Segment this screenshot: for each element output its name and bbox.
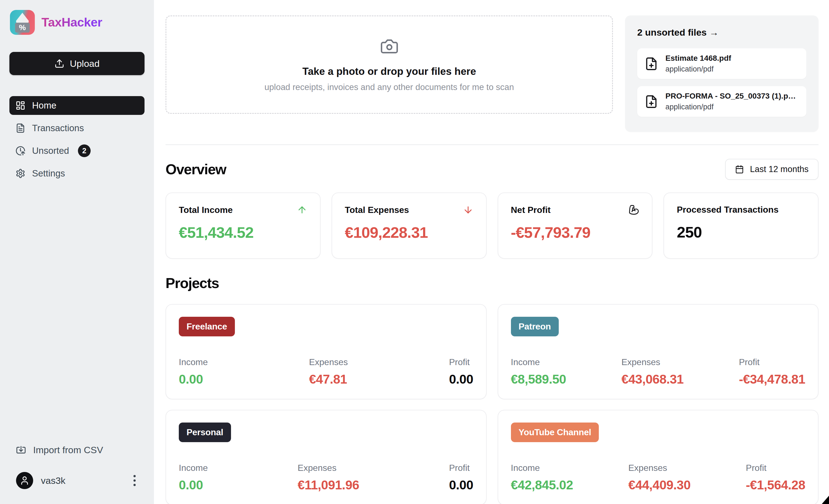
biceps-flexed-icon xyxy=(629,205,639,215)
file-type: application/pdf xyxy=(665,103,796,111)
calendar-icon xyxy=(735,165,744,174)
user-icon xyxy=(20,475,30,486)
file-card[interactable]: Estimate 1468.pdf application/pdf xyxy=(637,48,806,79)
project-expenses: Expenses €43,068.31 xyxy=(621,357,684,387)
project-profit: Profit 0.00 xyxy=(449,463,473,493)
project-profit: Profit -€1,564.28 xyxy=(746,463,805,493)
date-range-label: Last 12 months xyxy=(750,164,808,174)
import-from-csv-button[interactable]: Import from CSV xyxy=(9,444,145,455)
stat-card-processed-transactions: Processed Transactions 250 xyxy=(663,192,819,259)
stat-value: €51,434.52 xyxy=(179,223,307,241)
section-divider xyxy=(166,145,819,145)
project-card-freelance[interactable]: Freelance Income 0.00 Expenses €47.81 Pr… xyxy=(166,304,486,399)
overview-stats-row: Total Income €51,434.52 Total Expenses €… xyxy=(166,192,819,259)
stat-value: 250 xyxy=(677,223,805,241)
projects-grid: Freelance Income 0.00 Expenses €47.81 Pr… xyxy=(166,304,819,504)
stat-label: Total Expenses xyxy=(345,205,409,215)
project-badge: YouTube Channel xyxy=(511,423,599,442)
upload-button[interactable]: Upload xyxy=(9,52,145,75)
unsorted-files-link[interactable]: 2 unsorted files → xyxy=(637,27,806,38)
sidebar-item-unsorted[interactable]: Unsorted 2 xyxy=(9,142,145,160)
file-type: application/pdf xyxy=(665,65,731,73)
sidebar-item-label: Settings xyxy=(32,168,65,179)
gear-icon xyxy=(15,168,26,179)
project-expenses: Expenses €44,409.30 xyxy=(628,463,691,493)
stat-card-total-expenses: Total Expenses €109,228.31 xyxy=(332,192,486,259)
dashboard-icon xyxy=(15,101,26,111)
unsorted-count-badge: 2 xyxy=(78,145,91,157)
file-plus-icon xyxy=(644,95,658,109)
project-income: Income 0.00 xyxy=(179,463,208,493)
project-profit: Profit -€34,478.81 xyxy=(739,357,805,387)
projects-title: Projects xyxy=(166,275,819,292)
sidebar-item-home[interactable]: Home xyxy=(9,96,145,115)
overview-header: Overview Last 12 months xyxy=(166,159,819,180)
upload-icon xyxy=(55,59,64,69)
file-dropzone[interactable]: Take a photo or drop your files here upl… xyxy=(166,15,613,114)
top-row: Take a photo or drop your files here upl… xyxy=(166,15,819,132)
sidebar-spacer xyxy=(9,183,145,444)
project-badge: Patreon xyxy=(511,317,559,336)
user-row[interactable]: vas3k xyxy=(9,472,145,489)
sidebar-nav: Home Transactions Unsorted 2 Settings xyxy=(9,96,145,183)
file-card[interactable]: PRO-FORMA - SO_25_00373 (1).p… applicati… xyxy=(637,86,806,117)
project-income: Income €42,845.02 xyxy=(511,463,573,493)
stat-value: -€57,793.79 xyxy=(511,223,640,241)
stat-label: Processed Transactions xyxy=(677,205,779,215)
app-logo-icon xyxy=(10,10,35,35)
project-expenses: Expenses €47.81 xyxy=(309,357,348,387)
file-plus-icon xyxy=(644,57,658,71)
sidebar: TaxHacker Upload Home Transactions Unsor… xyxy=(0,0,154,504)
user-name: vas3k xyxy=(41,475,66,486)
stat-label: Total Income xyxy=(179,205,233,215)
unsorted-files-panel: 2 unsorted files → Estimate 1468.pdf app… xyxy=(625,15,819,132)
import-from-csv-label: Import from CSV xyxy=(33,444,103,455)
dropzone-title: Take a photo or drop your files here xyxy=(302,66,476,77)
user-menu-kebab-icon[interactable] xyxy=(131,473,138,488)
date-range-button[interactable]: Last 12 months xyxy=(725,159,819,180)
app-logo-row: TaxHacker xyxy=(9,10,145,35)
sidebar-item-settings[interactable]: Settings xyxy=(9,164,145,183)
arrow-up-icon xyxy=(297,205,307,215)
app-title: TaxHacker xyxy=(41,15,102,30)
project-badge: Freelance xyxy=(179,317,235,336)
stat-card-net-profit: Net Profit -€57,793.79 xyxy=(498,192,653,259)
arrow-down-icon xyxy=(463,205,473,215)
main-content: Take a photo or drop your files here upl… xyxy=(154,0,829,504)
import-icon xyxy=(16,445,26,455)
project-card-personal[interactable]: Personal Income 0.00 Expenses €11,091.96… xyxy=(166,410,486,504)
upload-button-label: Upload xyxy=(70,58,100,69)
stat-card-total-income: Total Income €51,434.52 xyxy=(166,192,321,259)
project-income: Income 0.00 xyxy=(179,357,208,387)
project-income: Income €8,589.50 xyxy=(511,357,566,387)
file-meta: Estimate 1468.pdf application/pdf xyxy=(665,54,731,73)
project-card-patreon[interactable]: Patreon Income €8,589.50 Expenses €43,06… xyxy=(498,304,819,399)
project-card-youtube-channel[interactable]: YouTube Channel Income €42,845.02 Expens… xyxy=(498,410,819,504)
stat-label: Net Profit xyxy=(511,205,551,215)
file-meta: PRO-FORMA - SO_25_00373 (1).p… applicati… xyxy=(665,92,796,111)
avatar xyxy=(16,472,33,489)
sidebar-item-label: Unsorted xyxy=(32,146,69,156)
clock-arrow-up-icon xyxy=(15,146,26,156)
sidebar-item-label: Transactions xyxy=(32,123,84,133)
overview-title: Overview xyxy=(166,161,226,178)
camera-icon xyxy=(380,37,399,56)
file-name: PRO-FORMA - SO_25_00373 (1).p… xyxy=(665,92,796,101)
project-profit: Profit 0.00 xyxy=(449,357,473,387)
dropzone-subtitle: upload receipts, invoices and any other … xyxy=(264,82,514,92)
sidebar-item-transactions[interactable]: Transactions xyxy=(9,119,145,138)
project-expenses: Expenses €11,091.96 xyxy=(298,463,359,493)
file-name: Estimate 1468.pdf xyxy=(665,54,731,63)
stat-value: €109,228.31 xyxy=(345,223,473,241)
sidebar-item-label: Home xyxy=(32,100,57,111)
file-text-icon xyxy=(15,123,26,133)
project-badge: Personal xyxy=(179,423,231,442)
